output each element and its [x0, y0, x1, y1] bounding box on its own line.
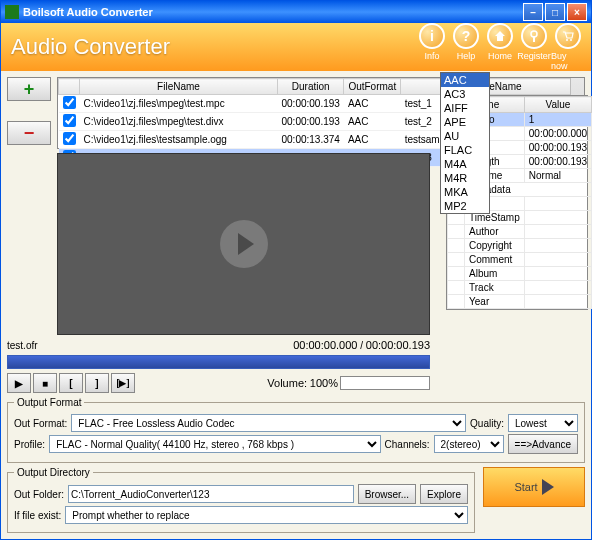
header: Audio Converter iInfo ?Help Home Registe…	[1, 23, 591, 71]
home-button[interactable]: Home	[483, 23, 517, 71]
channels-select[interactable]: 2(stereo)	[434, 435, 504, 453]
help-button[interactable]: ?Help	[449, 23, 483, 71]
volume-label: Volume: 100%	[267, 377, 338, 389]
buy-button[interactable]: Buy now	[551, 23, 585, 71]
browser-button[interactable]: Browser...	[358, 484, 416, 504]
format-option[interactable]: AIFF	[441, 101, 489, 115]
home-icon	[493, 29, 507, 43]
titlebar-text: Boilsoft Audio Converter	[23, 6, 521, 18]
quality-label: Quality:	[470, 418, 504, 429]
format-option[interactable]: M4A	[441, 157, 489, 171]
outfolder-input[interactable]	[68, 485, 354, 503]
profile-select[interactable]: FLAC - Normal Quality( 44100 Hz, stereo …	[49, 435, 380, 453]
info-button[interactable]: iInfo	[415, 23, 449, 71]
register-button[interactable]: Register	[517, 23, 551, 71]
ifexist-label: If file exist:	[14, 510, 61, 521]
app-icon	[5, 5, 19, 19]
prop-row[interactable]: Album	[448, 267, 592, 281]
cart-icon	[561, 29, 575, 43]
play-icon	[542, 479, 554, 495]
output-format-group: Output Format Out Format: FLAC - Free Lo…	[7, 397, 585, 463]
mark-in-button[interactable]: [	[59, 373, 83, 393]
maximize-button[interactable]: □	[545, 3, 565, 21]
svg-point-3	[570, 39, 572, 41]
prop-row[interactable]: Copyright	[448, 239, 592, 253]
main-area: + − FileName Duration OutFormat OutFileN…	[1, 71, 591, 539]
explore-button[interactable]: Explore	[420, 484, 468, 504]
format-option[interactable]: AC3	[441, 87, 489, 101]
add-file-button[interactable]: +	[7, 77, 51, 101]
row-checkbox[interactable]	[63, 114, 76, 127]
profile-label: Profile:	[14, 439, 45, 450]
row-checkbox[interactable]	[63, 132, 76, 145]
format-dropdown-list[interactable]: AAC AC3 AIFF APE AU FLAC M4A M4R MKA MP2	[440, 72, 490, 214]
format-option[interactable]: FLAC	[441, 143, 489, 157]
stop-button[interactable]: ■	[33, 373, 57, 393]
prop-row[interactable]: Author	[448, 225, 592, 239]
app-window: Boilsoft Audio Converter – □ × Audio Con…	[0, 0, 592, 540]
mark-out-button[interactable]: ]	[85, 373, 109, 393]
minimize-button[interactable]: –	[523, 3, 543, 21]
seek-bar[interactable]	[7, 355, 430, 369]
header-buttons: iInfo ?Help Home Register Buy now	[415, 23, 585, 71]
format-option[interactable]: MP2	[441, 199, 489, 213]
remove-file-button[interactable]: −	[7, 121, 51, 145]
close-button[interactable]: ×	[567, 3, 587, 21]
current-file-label: test.ofr	[7, 340, 38, 351]
advance-button[interactable]: ==>Advance	[508, 434, 578, 454]
play-overlay-button[interactable]	[220, 220, 268, 268]
play-icon	[238, 233, 254, 255]
ifexist-select[interactable]: Prompt whether to replace	[65, 506, 468, 524]
format-option[interactable]: APE	[441, 115, 489, 129]
prop-row[interactable]: Year	[448, 295, 592, 309]
prop-row[interactable]: Track	[448, 281, 592, 295]
start-button[interactable]: Start	[483, 467, 585, 507]
key-icon	[527, 29, 541, 43]
quality-select[interactable]: Lowest	[508, 414, 578, 432]
output-directory-group: Output Directory Out Folder: Browser... …	[7, 467, 475, 533]
channels-label: Channels:	[385, 439, 430, 450]
outformat-label: Out Format:	[14, 418, 67, 429]
svg-rect-1	[533, 36, 535, 42]
preview-panel[interactable]	[57, 153, 430, 335]
format-option[interactable]: MKA	[441, 185, 489, 199]
svg-point-2	[566, 39, 568, 41]
outfolder-label: Out Folder:	[14, 489, 64, 500]
format-option[interactable]: AAC	[441, 73, 489, 87]
app-title: Audio Converter	[11, 34, 415, 60]
file-table-header: FileName Duration OutFormat OutFileName	[59, 79, 584, 95]
format-option[interactable]: AU	[441, 129, 489, 143]
play-button[interactable]: ▶	[7, 373, 31, 393]
range-button[interactable]: [▶]	[111, 373, 135, 393]
row-checkbox[interactable]	[63, 96, 76, 109]
outformat-select[interactable]: FLAC - Free Lossless Audio Codec	[71, 414, 466, 432]
format-option[interactable]: M4R	[441, 171, 489, 185]
prop-row[interactable]: Comment	[448, 253, 592, 267]
titlebar[interactable]: Boilsoft Audio Converter – □ ×	[1, 1, 591, 23]
time-display: 00:00:00.000 / 00:00:00.193	[293, 339, 430, 351]
volume-slider[interactable]	[340, 376, 430, 390]
